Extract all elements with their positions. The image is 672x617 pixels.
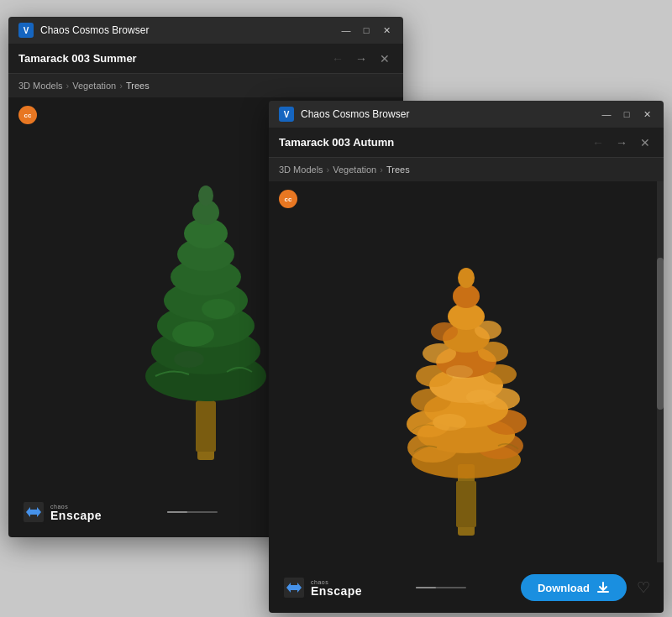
- brand-big-1: Enscape: [50, 510, 102, 521]
- autumn-tree-svg: [382, 196, 550, 548]
- enscape-icon-2: [282, 576, 306, 599]
- maximize-button-1[interactable]: □: [360, 24, 373, 37]
- breadcrumb-part2-2: Vegetation: [333, 165, 376, 175]
- svg-point-14: [202, 299, 235, 319]
- asset-close-button-1[interactable]: ✕: [376, 50, 393, 67]
- app-logo-1: V: [18, 23, 34, 38]
- footer-progress-bar-1: [167, 511, 187, 513]
- app-logo-2: V: [279, 107, 294, 122]
- brand-big-2: Enscape: [311, 585, 362, 597]
- window-controls-2: — □ ✕: [600, 107, 654, 121]
- scrollbar-thumb-2: [657, 258, 664, 410]
- window-footer-2: chaos Enscape Download ♡: [269, 562, 664, 613]
- breadcrumb-part2-1: Vegetation: [72, 81, 116, 91]
- asset-title-1: Tamarack 003 Summer: [18, 52, 323, 65]
- asset-nav-2: Tamarack 003 Autumn ← → ✕: [269, 128, 664, 158]
- breadcrumb-sep1-2: ›: [327, 165, 330, 175]
- breadcrumb-1: 3D Models › Vegetation › Trees: [8, 74, 403, 97]
- enscape-logo-1: chaos Enscape: [22, 500, 102, 524]
- window-autumn: V Chaos Cosmos Browser — □ ✕ Tamarack 00…: [269, 101, 664, 613]
- breadcrumb-sep1-1: ›: [66, 81, 70, 91]
- back-button-1[interactable]: ←: [329, 50, 346, 67]
- enscape-icon-1: [22, 500, 45, 524]
- footer-center-2: [416, 587, 466, 588]
- footer-progress-1: [167, 511, 218, 513]
- window-controls-1: — □ ✕: [339, 24, 393, 37]
- summer-tree-svg: [122, 116, 290, 468]
- breadcrumb-sep2-2: ›: [380, 165, 383, 175]
- back-button-2[interactable]: ←: [590, 134, 606, 151]
- title-text-2: Chaos Cosmos Browser: [301, 108, 600, 120]
- footer-center-1: [167, 511, 218, 513]
- breadcrumb-part3-1: Trees: [126, 81, 150, 91]
- asset-title-2: Tamarack 003 Autumn: [279, 136, 583, 149]
- close-button-2[interactable]: ✕: [640, 107, 654, 121]
- asset-close-button-2[interactable]: ✕: [637, 134, 654, 151]
- svg-point-13: [172, 322, 214, 347]
- footer-progress-2: [416, 587, 466, 588]
- maximize-button-2[interactable]: □: [620, 107, 633, 121]
- breadcrumb-sep2-1: ›: [119, 81, 123, 91]
- svg-point-15: [174, 351, 204, 368]
- minimize-button-2[interactable]: —: [600, 107, 613, 121]
- svg-point-45: [446, 365, 473, 379]
- breadcrumb-2: 3D Models › Vegetation › Trees: [269, 158, 664, 181]
- badge-text-2: cc: [285, 196, 292, 203]
- svg-point-44: [466, 390, 496, 405]
- forward-button-2[interactable]: →: [613, 134, 630, 151]
- asset-nav-1: Tamarack 003 Summer ← → ✕: [8, 44, 403, 74]
- minimize-button-1[interactable]: —: [339, 24, 353, 37]
- title-bar-1: V Chaos Cosmos Browser — □ ✕: [8, 17, 403, 44]
- title-text-1: Chaos Cosmos Browser: [40, 24, 339, 36]
- download-button-2[interactable]: Download: [521, 574, 627, 601]
- favorite-button-2[interactable]: ♡: [637, 578, 650, 597]
- svg-text:V: V: [284, 110, 290, 119]
- enscape-label-1: chaos Enscape: [50, 504, 102, 521]
- breadcrumb-part1-2: 3D Models: [279, 165, 323, 175]
- svg-text:V: V: [24, 26, 29, 35]
- badge-text-1: cc: [24, 112, 32, 119]
- svg-point-42: [458, 268, 475, 288]
- breadcrumb-part1-1: 3D Models: [18, 81, 63, 91]
- asset-preview-area-2: cc: [269, 181, 664, 562]
- title-bar-2: V Chaos Cosmos Browser — □ ✕: [269, 101, 664, 128]
- enscape-label-2: chaos Enscape: [311, 579, 362, 597]
- close-button-1[interactable]: ✕: [380, 24, 393, 37]
- enscape-logo-2: chaos Enscape: [282, 576, 362, 599]
- svg-point-43: [433, 414, 466, 431]
- scrollbar-2[interactable]: [657, 181, 664, 562]
- download-label-2: Download: [538, 582, 590, 594]
- footer-right-2: Download ♡: [521, 574, 650, 601]
- svg-rect-3: [196, 401, 216, 452]
- svg-point-41: [453, 285, 480, 308]
- svg-point-12: [198, 186, 213, 206]
- tree-preview-2: [269, 181, 664, 562]
- svg-rect-21: [456, 481, 476, 527]
- forward-button-1[interactable]: →: [353, 50, 370, 67]
- download-icon-2: [596, 581, 610, 594]
- breadcrumb-part3-2: Trees: [386, 165, 410, 175]
- cosmos-badge-1: cc: [18, 106, 37, 124]
- cosmos-badge-2: cc: [279, 190, 297, 208]
- footer-progress-bar-2: [416, 587, 436, 588]
